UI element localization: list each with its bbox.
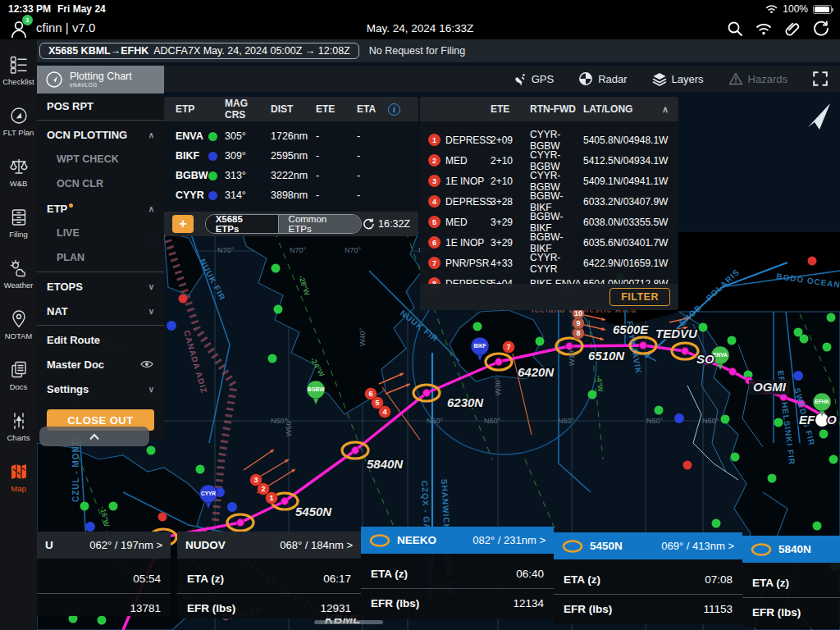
balloon-code: BIKF (473, 343, 486, 349)
hazards-button[interactable]: Hazards (728, 71, 788, 86)
airport-dot-green (721, 415, 730, 424)
panel-item-ocn-clr[interactable]: OCN CLR (37, 171, 164, 196)
card-body: ETA (z)EFR (lbs) (742, 563, 840, 627)
sidebar-item-fltplan[interactable]: FLT Plan (0, 96, 37, 147)
sidebar-item-docs[interactable]: Docs (0, 350, 37, 401)
etp-row-BGBW[interactable]: BGBW313°3222nm-- (164, 166, 418, 185)
map-waypoint-label: TEDVU (655, 326, 698, 340)
panel-item-ocn-plotting[interactable]: OCN PLOTTING∧ (37, 122, 164, 147)
gps-button[interactable]: GPS (512, 71, 554, 86)
plotting-chart-header[interactable]: Plotting Chart eNAVLOG (37, 66, 164, 94)
add-etp-button[interactable]: + (172, 215, 194, 233)
waypoint-card-NEEKO[interactable]: NEEKO082° / 231nm >ETA (z)06:40EFR (lbs)… (361, 527, 554, 619)
card-header[interactable]: NEEKO082° / 231nm > (361, 527, 554, 554)
airport-dot-green (109, 502, 118, 511)
airport-dot-green (712, 519, 721, 528)
panel-item-master-doc[interactable]: Master Doc (37, 352, 164, 377)
flight-summary-button[interactable]: X5685 KBML→EFHK ADCFA7X May. 24, 2024 05… (39, 43, 359, 59)
flight-bar: X5685 KBML→EFHK ADCFA7X May. 24, 2024 05… (37, 39, 840, 62)
detail-row-3[interactable]: 31E INOP2+10CYYR-BGBW5409.1N/04941.1W (420, 171, 678, 191)
etp-refresh-button[interactable]: 16:32Z (362, 218, 410, 231)
card-header[interactable]: U062° / 197nm > (37, 532, 171, 559)
segment-common-etps[interactable]: Common ETPs (278, 215, 361, 233)
etp-row-ENVA[interactable]: ENVA305°1726nm-- (164, 126, 418, 146)
grid-label: W50° (285, 418, 293, 436)
panel-item-plan[interactable]: PLAN (37, 245, 164, 270)
waypoint-card-NUDOV[interactable]: NUDOV068° / 184nm >ETA (z)06:17EFR (lbs)… (177, 532, 361, 619)
radar-button[interactable]: Radar (578, 71, 627, 86)
cards-scrollbar[interactable] (314, 620, 383, 624)
etp-dist: 2595nm (271, 150, 316, 162)
panel-item-label: ETP (47, 203, 67, 215)
route-waypoint-dot[interactable] (495, 358, 503, 366)
detail-row-2[interactable]: 2MED2+10CYYR-BGBW5412.5N/04934.1W (420, 150, 678, 171)
info-icon[interactable]: i (388, 103, 400, 116)
waypoint-card-U[interactable]: U062° / 197nm >05:5413781 (37, 532, 171, 616)
route-waypoint-dot[interactable] (640, 342, 647, 349)
card-header[interactable]: 5450N069° / 413nm > (554, 532, 742, 559)
sidebar-item-notam[interactable]: NOTAM (0, 299, 37, 350)
sidebar-item-checklist[interactable]: Checklist (0, 45, 37, 96)
sidebar-item-charts[interactable]: Charts (0, 401, 37, 452)
eye-icon[interactable] (139, 358, 154, 370)
route-waypoint-dot[interactable] (237, 519, 244, 527)
card-header[interactable]: NUDOV068° / 184nm > (177, 532, 361, 559)
chevron-down-icon: ∨ (148, 282, 154, 291)
layers-button[interactable]: Layers (652, 71, 704, 86)
detail-row-7[interactable]: 7PNR/PSR4+33CYYR-CYYR6422.9N/01659.1W (420, 253, 678, 273)
panel-item-live[interactable]: LIVE (37, 221, 164, 245)
detail-pos: 6038.0N/03355.5W (583, 217, 668, 228)
etp-table-header: ETP MAG CRS DIST ETE ETA i (164, 97, 418, 121)
panel-item-label: LIVE (57, 227, 80, 239)
etp-map-badge-6[interactable]: 6 (365, 388, 377, 400)
route-waypoint-dot[interactable] (729, 368, 737, 376)
panel-collapse-button[interactable] (39, 427, 149, 446)
waypoint-card-5840N[interactable]: 5840NETA (z)EFR (lbs) (742, 536, 840, 628)
route-waypoint-dot[interactable] (281, 498, 289, 505)
docs-icon (9, 360, 29, 380)
panel-item-pos-rpt[interactable]: POS RPT (37, 94, 164, 118)
isogonic-label: -4°W (595, 375, 605, 393)
airport-dot-red (683, 461, 692, 470)
panel-item-etp[interactable]: ETP∧ (37, 196, 164, 221)
filter-button[interactable]: FILTER (609, 288, 670, 306)
etp-map-badge-7[interactable]: 7 (503, 341, 515, 354)
attachment-icon[interactable] (783, 20, 801, 38)
panel-item-etops[interactable]: ETOPS∨ (37, 274, 164, 299)
panel-item-label: Master Doc (47, 358, 104, 371)
route-waypoint-dot[interactable] (682, 348, 689, 355)
panel-item-settings[interactable]: Settings∨ (37, 377, 164, 401)
notam-icon (9, 309, 29, 329)
fullscreen-button[interactable] (812, 71, 829, 87)
etp-number-badge: 5 (428, 216, 441, 228)
detail-row-4[interactable]: 4DEPRESS3+28BGBW-BIKF6033.2N/03407.9W (420, 191, 678, 212)
search-icon[interactable] (726, 20, 744, 38)
etp-mag: 305° (225, 130, 271, 142)
etp-map-badge-3[interactable]: 3 (250, 474, 262, 486)
sidebar-item-wb[interactable]: W&B (0, 147, 37, 198)
panel-item-wpt-check[interactable]: WPT CHECK (37, 147, 164, 171)
etp-row-CYYR[interactable]: CYYR314°3898nm-- (164, 185, 418, 205)
sidebar-item-weather[interactable]: Weather (0, 249, 37, 299)
segment-flight-etps[interactable]: X5685 ETPs (206, 215, 278, 233)
map-waypoint-label: 5450N (295, 504, 332, 518)
etp-eta: - (357, 189, 385, 201)
route-waypoint-dot[interactable] (423, 390, 431, 397)
card-header[interactable]: 5840N (742, 536, 840, 563)
etp-ete: - (316, 150, 357, 162)
detail-row-6[interactable]: 61E INOP3+29BGBW-BIKF6035.6N/03401.7W (420, 232, 678, 253)
refresh-icon[interactable] (812, 20, 830, 38)
etp-row-BIKF[interactable]: BIKF309°2595nm-- (164, 146, 418, 166)
waypoint-card-5450N[interactable]: 5450N069° / 413nm >ETA (z)07:08EFR (lbs)… (554, 532, 742, 624)
detail-row-1[interactable]: 1DEPRESS2+09CYYR-BGBW5405.8N/04948.1W (420, 130, 678, 150)
wifi-icon[interactable] (755, 20, 773, 38)
card-waypoint-name: NEEKO (397, 534, 436, 546)
sidebar-item-map[interactable]: Map (0, 452, 37, 503)
route-waypoint-dot[interactable] (352, 447, 359, 454)
panel-item-edit-route[interactable]: Edit Route (37, 327, 164, 352)
card-row-value: 11153 (703, 603, 733, 615)
detail-row-5[interactable]: 5MED3+29BGBW-BIKF6038.0N/03355.5W (420, 212, 678, 232)
sidebar-item-filing[interactable]: Filing (0, 198, 37, 249)
panel-item-nat[interactable]: NAT∨ (37, 299, 164, 323)
collapse-chevron-icon[interactable]: ∧ (662, 104, 669, 115)
